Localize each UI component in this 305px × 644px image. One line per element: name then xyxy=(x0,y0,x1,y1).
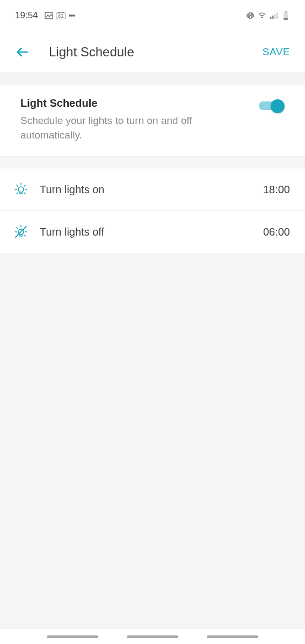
svg-rect-5 xyxy=(274,14,276,19)
schedule-toggle-section: Light Schedule Schedule your lights to t… xyxy=(0,85,305,157)
battery-icon xyxy=(281,11,290,20)
turn-off-time: 06:00 xyxy=(263,226,290,238)
turn-lights-off-row[interactable]: Turn lights off 06:00 xyxy=(0,211,305,253)
status-time: 19:54 xyxy=(15,10,38,21)
svg-point-2 xyxy=(262,17,263,18)
image-icon xyxy=(45,11,53,20)
back-button[interactable] xyxy=(15,45,30,60)
svg-point-11 xyxy=(18,187,24,192)
nav-handle-home[interactable] xyxy=(127,635,178,638)
signal-icon xyxy=(270,11,278,20)
status-left: 19:54 31 ••• xyxy=(15,10,75,21)
schedule-toggle[interactable] xyxy=(259,99,285,112)
svg-rect-6 xyxy=(277,12,278,19)
gesture-nav-bar xyxy=(0,629,305,644)
turn-on-time: 18:00 xyxy=(263,184,290,196)
status-icons-left: 31 ••• xyxy=(45,11,75,20)
svg-rect-3 xyxy=(270,17,272,19)
vibrate-icon xyxy=(246,11,255,20)
toggle-thumb xyxy=(271,99,285,113)
card-description: Schedule your lights to turn on and off … xyxy=(20,114,248,142)
svg-rect-7 xyxy=(285,11,287,12)
arrow-left-icon xyxy=(15,45,30,60)
app-bar: Light Schedule SAVE xyxy=(0,31,305,73)
more-icon: ••• xyxy=(69,11,75,20)
svg-rect-4 xyxy=(272,16,274,19)
turn-on-label: Turn lights on xyxy=(40,184,263,196)
content-gap xyxy=(0,157,305,169)
lightbulb-off-icon xyxy=(12,223,30,241)
svg-line-26 xyxy=(24,235,25,236)
svg-rect-9 xyxy=(284,18,288,20)
turn-off-label: Turn lights off xyxy=(40,226,263,238)
svg-line-16 xyxy=(24,185,25,186)
status-right xyxy=(246,11,290,20)
card-title: Light Schedule xyxy=(20,97,248,109)
svg-line-17 xyxy=(17,193,18,194)
wifi-icon xyxy=(258,11,266,20)
page-title: Light Schedule xyxy=(49,45,263,60)
nav-handle-recents[interactable] xyxy=(47,635,98,638)
lightbulb-on-icon xyxy=(12,180,30,199)
save-button[interactable]: SAVE xyxy=(263,46,290,58)
nav-handle-back[interactable] xyxy=(207,635,258,638)
svg-line-23 xyxy=(17,228,18,229)
content-gap xyxy=(0,73,305,85)
card-header-row: Light Schedule Schedule your lights to t… xyxy=(20,97,285,142)
turn-lights-on-row[interactable]: Turn lights on 18:00 xyxy=(0,169,305,211)
svg-line-15 xyxy=(17,185,18,186)
card-text-block: Light Schedule Schedule your lights to t… xyxy=(20,97,259,142)
svg-line-18 xyxy=(24,193,25,194)
status-badge: 31 xyxy=(56,12,66,19)
status-bar: 19:54 31 ••• xyxy=(0,0,305,31)
